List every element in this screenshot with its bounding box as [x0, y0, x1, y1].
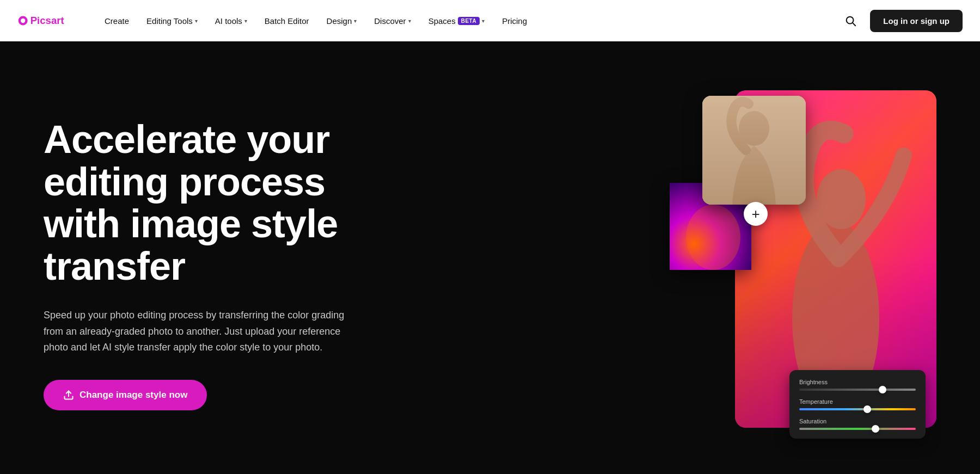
logo[interactable]: Picsart — [17, 11, 77, 30]
saturation-label: Saturation — [799, 418, 916, 424]
svg-text:Picsart: Picsart — [30, 15, 64, 26]
brightness-label: Brightness — [799, 379, 916, 385]
hero-section: Accelerate your editing process with ima… — [0, 41, 980, 474]
temperature-thumb[interactable] — [863, 405, 871, 413]
search-icon — [844, 15, 856, 27]
hero-description: Speed up your photo editing process by t… — [44, 307, 348, 356]
nav-pricing[interactable]: Pricing — [494, 12, 535, 30]
nav-links: Create Editing Tools ▾ AI tools ▾ Batch … — [97, 12, 840, 30]
nav-discover[interactable]: Discover ▾ — [366, 12, 418, 30]
nav-create[interactable]: Create — [97, 12, 137, 30]
hero-content: Accelerate your editing process with ima… — [44, 119, 381, 410]
chevron-down-icon: ▾ — [408, 18, 411, 24]
nav-ai-tools[interactable]: AI tools ▾ — [207, 12, 255, 30]
chevron-down-icon: ▾ — [354, 18, 357, 24]
picsart-logo-svg: Picsart — [17, 11, 77, 30]
hero-reference-image — [702, 96, 806, 205]
temperature-row: Temperature — [799, 398, 916, 410]
saturation-row: Saturation — [799, 418, 916, 430]
svg-line-4 — [853, 23, 855, 26]
cta-button[interactable]: Change image style now — [44, 380, 207, 410]
beta-badge: BETA — [458, 17, 480, 25]
nav-spaces[interactable]: Spaces BETA ▾ — [421, 12, 493, 30]
svg-point-10 — [739, 111, 769, 146]
chevron-down-icon: ▾ — [482, 18, 485, 24]
saturation-thumb[interactable] — [872, 425, 879, 433]
brightness-thumb[interactable] — [879, 386, 886, 393]
chevron-down-icon: ▾ — [195, 18, 198, 24]
chevron-down-icon: ▾ — [244, 18, 247, 24]
brightness-row: Brightness — [799, 379, 916, 391]
search-button[interactable] — [840, 10, 861, 32]
saturation-track[interactable] — [799, 428, 916, 430]
temperature-label: Temperature — [799, 398, 916, 405]
svg-point-12 — [686, 205, 740, 270]
nav-batch-editor[interactable]: Batch Editor — [257, 12, 317, 30]
upload-icon — [63, 390, 74, 401]
hero-visuals: + Brightness Temperature Saturation — [381, 74, 936, 455]
nav-right: Log in or sign up — [840, 10, 963, 32]
hero-title: Accelerate your editing process with ima… — [44, 119, 381, 288]
svg-point-1 — [21, 19, 25, 23]
brightness-track[interactable] — [799, 389, 916, 391]
combine-button[interactable]: + — [744, 202, 768, 226]
adjustment-panel: Brightness Temperature Saturation — [789, 370, 926, 439]
svg-rect-9 — [702, 96, 806, 205]
temperature-track[interactable] — [799, 408, 916, 410]
navbar: Picsart Create Editing Tools ▾ AI tools … — [0, 0, 980, 41]
nav-design[interactable]: Design ▾ — [319, 12, 365, 30]
reference-person-svg — [702, 96, 806, 205]
nav-editing-tools[interactable]: Editing Tools ▾ — [139, 12, 205, 30]
login-button[interactable]: Log in or sign up — [870, 10, 963, 32]
